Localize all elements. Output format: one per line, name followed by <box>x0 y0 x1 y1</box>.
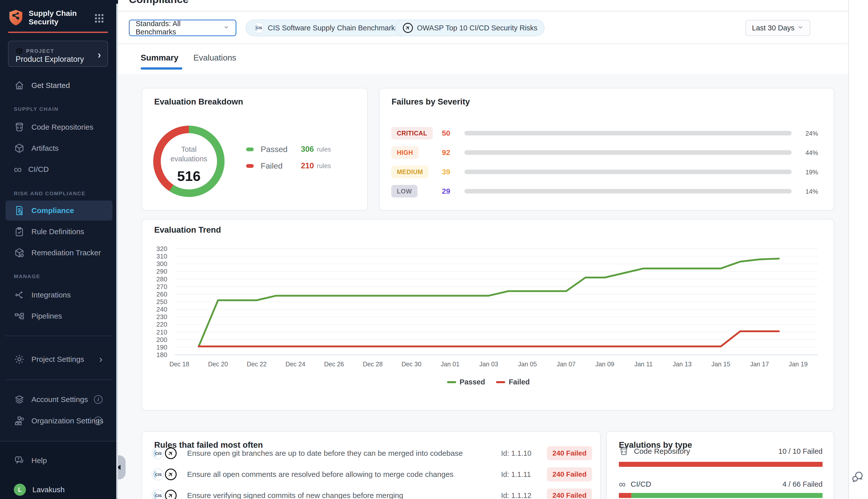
sidebar-user[interactable]: L Lavakush <box>14 484 64 496</box>
sidebar-item-pipelines[interactable]: Pipelines <box>14 310 62 322</box>
page-header: Compliance <box>118 0 868 11</box>
rule-row[interactable]: CIS ✈ Ensure verifying signed commits of… <box>151 487 592 499</box>
cis-benchmark-chip[interactable]: CIS CIS Software Supply Chain Benchmarks… <box>246 20 418 36</box>
severity-percent: 19% <box>790 169 818 176</box>
legend-label: Failed <box>509 378 530 386</box>
legend-failed-row: Failed 210 rules <box>246 161 331 171</box>
sidebar-item-get-started[interactable]: Get Started <box>14 79 70 92</box>
svg-text:Dec 18: Dec 18 <box>169 361 189 368</box>
sidebar-item-label: Artifacts <box>32 144 59 153</box>
svg-text:Dec 20: Dec 20 <box>208 361 228 368</box>
app-grid-icon[interactable] <box>95 14 103 23</box>
project-selector[interactable]: PROJECT Product Exploratory › <box>8 41 108 67</box>
info-icon[interactable]: i <box>94 417 102 425</box>
svg-text:Dec 24: Dec 24 <box>285 361 305 368</box>
donut-center-label: evaluations <box>153 155 224 163</box>
gear-icon <box>14 354 25 365</box>
failed-legend-swatch <box>246 164 254 168</box>
svg-text:210: 210 <box>157 328 167 336</box>
date-range-label: Last 30 Days <box>752 24 794 32</box>
sidebar-item-label: CI/CD <box>28 165 49 174</box>
code-repository-icon <box>619 446 629 456</box>
sidebar-item-artifacts[interactable]: Artifacts <box>14 142 59 155</box>
rule-text: Ensure all open comments are resolved be… <box>187 470 501 479</box>
total-evaluations-value: 516 <box>153 168 224 184</box>
home-icon <box>14 80 25 91</box>
type-bar-code-repository <box>619 462 822 467</box>
divider <box>5 379 112 380</box>
svg-text:Jan 11: Jan 11 <box>634 361 653 368</box>
sidebar-item-compliance[interactable]: Compliance <box>14 204 74 217</box>
sidebar-item-integrations[interactable]: Integrations <box>14 289 71 301</box>
severity-percent: 14% <box>790 188 818 195</box>
svg-text:300: 300 <box>157 260 167 268</box>
legend-label: Passed <box>460 378 485 386</box>
failed-rules-card: Rules that failed most often CIS ✈ Ensur… <box>142 431 601 499</box>
layers-icon <box>14 394 25 405</box>
rule-standard-icons: CIS ✈ <box>151 447 177 460</box>
tab-summary[interactable]: Summary <box>141 53 178 63</box>
svg-text:270: 270 <box>157 283 167 291</box>
svg-text:Jan 17: Jan 17 <box>750 361 769 368</box>
evaluations-by-type-card: Evalutions by type Code Repository 10 / … <box>606 431 834 499</box>
chevron-down-icon <box>223 24 230 32</box>
svg-text:Jan 01: Jan 01 <box>441 361 459 368</box>
type-bar-cicd <box>619 493 822 498</box>
page-title: Compliance <box>129 0 189 5</box>
severity-row-medium: MEDIUM 39 19% <box>380 164 834 179</box>
help-chat-icon: ? <box>14 455 25 466</box>
severity-badge: LOW <box>391 185 418 197</box>
severity-badge: CRITICAL <box>391 127 433 139</box>
failed-count-badge: 240 Failed <box>547 488 592 499</box>
sidebar-item-project-settings[interactable]: Project Settings › <box>14 353 112 366</box>
svg-text:230: 230 <box>157 313 167 320</box>
severity-count: 50 <box>432 129 460 137</box>
sidebar-item-rule-definitions[interactable]: Rule Definitions <box>14 226 84 238</box>
info-icon[interactable]: i <box>94 395 102 404</box>
cis-chip-label: CIS Software Supply Chain Benchmarks 1.0 <box>268 24 411 32</box>
rule-row[interactable]: CIS ✈ Ensure all open comments are resol… <box>151 466 592 483</box>
failures-by-severity-card: Failures by Severity CRITICAL 50 24% HIG… <box>379 88 834 210</box>
card-title: Evaluation Breakdown <box>154 97 243 107</box>
sidebar-item-cicd[interactable]: ∞ CI/CD <box>14 163 49 175</box>
standards-filter-dropdown[interactable]: Standards: All Benchmarks <box>129 20 236 36</box>
severity-badge: MEDIUM <box>391 166 429 178</box>
passed-count: 306 <box>301 145 314 154</box>
main-content: Compliance Standards: All Benchmarks CIS… <box>118 0 868 499</box>
sidebar-item-label: Organization Settings <box>32 417 103 425</box>
owasp-chip[interactable]: ✈ OWASP Top 10 CI/CD Security Risks <box>395 20 545 36</box>
sidebar-item-organization-settings[interactable]: Organization Settings i <box>14 415 112 427</box>
severity-badge: HIGH <box>391 146 419 159</box>
tab-evaluations[interactable]: Evaluations <box>194 53 236 63</box>
svg-text:310: 310 <box>157 253 167 260</box>
divider <box>5 336 112 336</box>
rule-row[interactable]: CIS ✈ Ensure open git branches are up to… <box>151 445 592 461</box>
rule-text: Ensure verifying signed commits of new c… <box>187 491 501 499</box>
sidebar-item-label: Account Settings <box>32 395 88 404</box>
sidebar-item-account-settings[interactable]: Account Settings i <box>14 393 112 406</box>
svg-text:Jan 09: Jan 09 <box>595 361 614 368</box>
sidebar-item-label: Pipelines <box>32 312 62 320</box>
sidebar-item-label: Help <box>32 456 47 465</box>
legend-failed: Failed <box>496 378 530 386</box>
evaluation-breakdown-card: Evaluation Breakdown Total evaluations 5… <box>142 88 368 210</box>
sidebar-item-help[interactable]: ? Help <box>14 454 47 467</box>
severity-bar-track <box>464 170 792 174</box>
severity-count: 39 <box>432 168 460 176</box>
sidebar-scrollbar[interactable] <box>116 3 118 499</box>
severity-count: 92 <box>432 148 460 157</box>
severity-row-low: LOW 29 14% <box>380 184 834 199</box>
sidebar-item-remediation-tracker[interactable]: Remediation Tracker <box>14 246 101 259</box>
chat-support-icon[interactable] <box>852 470 864 483</box>
svg-text:✈: ✈ <box>404 24 412 32</box>
svg-text:320: 320 <box>157 245 167 253</box>
svg-text:180: 180 <box>157 351 167 358</box>
chevron-down-icon <box>797 24 804 32</box>
owasp-chip-label: OWASP Top 10 CI/CD Security Risks <box>417 24 537 32</box>
compliance-dashboard: Supply ChainSecurity PROJECT Product Exp… <box>0 0 868 499</box>
sidebar-item-code-repositories[interactable]: Code Repositories <box>14 121 94 133</box>
standards-filter-label: Standards: All Benchmarks <box>136 20 223 36</box>
failed-count-badge: 240 Failed <box>547 446 592 460</box>
date-range-dropdown[interactable]: Last 30 Days <box>745 20 810 36</box>
rule-id: Id: 1.1.11 <box>501 470 543 479</box>
